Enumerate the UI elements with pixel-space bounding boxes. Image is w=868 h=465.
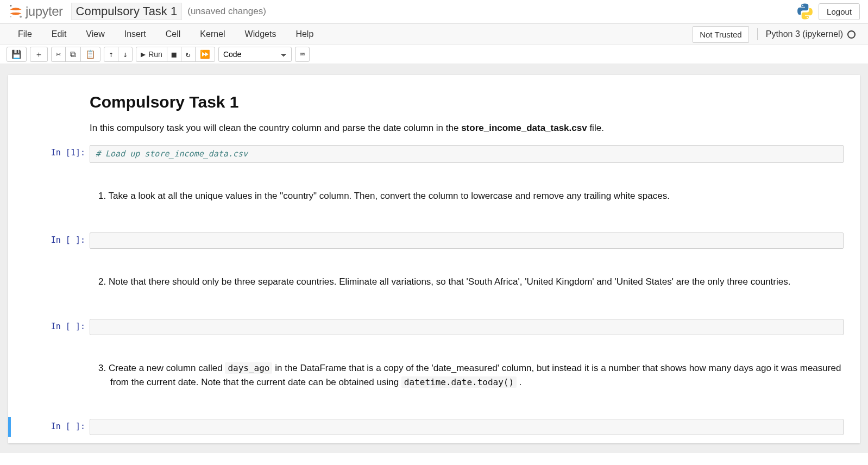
run-label: Run <box>148 50 162 59</box>
prompt <box>14 189 90 206</box>
command-palette-button[interactable]: ⌨ <box>295 47 310 62</box>
heading: Compulsory Task 1 <box>90 93 844 111</box>
move-up-button[interactable]: ↑ <box>104 47 118 62</box>
kernel-indicator[interactable]: Python 3 (ipykernel) <box>766 29 856 39</box>
svg-point-0 <box>10 5 11 7</box>
celltype-select[interactable]: Code <box>218 47 292 62</box>
save-icon: 💾 <box>11 51 22 59</box>
divider <box>757 28 758 40</box>
not-trusted-button[interactable]: Not Trusted <box>693 26 749 43</box>
header: jupyter Compulsory Task 1 (unsaved chang… <box>0 0 868 23</box>
list-item: 2. Note that there should only be three … <box>90 275 844 289</box>
menubar: File Edit View Insert Cell Kernel Widget… <box>0 23 868 45</box>
stop-icon: ■ <box>172 51 177 59</box>
menu-widgets[interactable]: Widgets <box>235 24 286 45</box>
prompt <box>14 361 90 393</box>
prompt: In [ ]: <box>14 419 90 435</box>
prompt <box>14 275 90 292</box>
markdown-cell[interactable]: 2. Note that there should only be three … <box>8 273 860 294</box>
code-cell[interactable]: In [ ]: <box>8 417 860 437</box>
paste-button[interactable]: 📋 <box>80 47 100 62</box>
keyboard-icon: ⌨ <box>300 51 305 59</box>
menu-cell[interactable]: Cell <box>156 24 191 45</box>
list-item: 3. Create a new column called days_ago i… <box>90 361 844 390</box>
copy-icon: ⧉ <box>70 51 76 59</box>
menu-file[interactable]: File <box>8 24 42 45</box>
code-cell[interactable]: In [ ]: <box>8 231 860 250</box>
fast-forward-icon: ⏩ <box>200 51 210 59</box>
prompt <box>14 93 90 141</box>
notebook-name[interactable]: Compulsory Task 1 <box>71 3 183 20</box>
kernel-idle-icon <box>847 30 856 39</box>
code-cell[interactable]: In [ ]: <box>8 317 860 337</box>
paragraph: In this compulsory task you will clean t… <box>90 121 844 135</box>
kernel-name: Python 3 (ipykernel) <box>766 29 843 39</box>
jupyter-logo[interactable]: jupyter <box>8 4 63 19</box>
restart-button[interactable]: ↻ <box>181 47 196 62</box>
menu-kernel[interactable]: Kernel <box>190 24 235 45</box>
arrow-up-icon: ↑ <box>109 51 114 59</box>
insert-cell-button[interactable]: ＋ <box>30 47 48 62</box>
code-cell[interactable]: In [1]: # Load up store_income_data.csv <box>8 143 860 165</box>
cut-icon: ✂ <box>56 51 61 59</box>
prompt: In [ ]: <box>14 232 90 249</box>
menu-help[interactable]: Help <box>286 24 323 45</box>
run-button[interactable]: ▶Run <box>136 47 167 62</box>
paste-icon: 📋 <box>85 51 96 59</box>
toolbar: 💾 ＋ ✂ ⧉ 📋 ↑ ↓ ▶Run ■ ↻ ⏩ Code ⌨ <box>0 45 868 64</box>
menu-edit[interactable]: Edit <box>42 24 77 45</box>
refresh-icon: ↻ <box>186 51 191 59</box>
jupyter-logo-icon <box>8 4 23 19</box>
interrupt-button[interactable]: ■ <box>167 47 181 62</box>
svg-point-2 <box>10 16 11 17</box>
code-input[interactable] <box>90 419 844 435</box>
menu-view[interactable]: View <box>76 24 114 45</box>
list-item: 1. Take a look at all the unique values … <box>90 189 844 203</box>
copy-button[interactable]: ⧉ <box>65 47 81 62</box>
logout-button[interactable]: Logout <box>819 3 860 20</box>
save-status: (unsaved changes) <box>187 6 266 17</box>
menu-insert[interactable]: Insert <box>115 24 156 45</box>
restart-run-all-button[interactable]: ⏩ <box>195 47 215 62</box>
python-logo-icon <box>797 3 813 20</box>
jupyter-logo-text: jupyter <box>26 4 63 19</box>
prompt: In [1]: <box>14 145 90 164</box>
arrow-down-icon: ↓ <box>123 51 128 59</box>
play-icon: ▶ <box>141 51 146 59</box>
save-button[interactable]: 💾 <box>7 47 27 62</box>
svg-point-1 <box>20 16 22 18</box>
code-input[interactable]: # Load up store_income_data.csv <box>90 145 844 164</box>
notebook: Compulsory Task 1 In this compulsory tas… <box>8 75 860 443</box>
notebook-container: Compulsory Task 1 In this compulsory tas… <box>0 64 868 453</box>
code-input[interactable] <box>90 232 844 249</box>
markdown-cell[interactable]: Compulsory Task 1 In this compulsory tas… <box>8 91 860 142</box>
plus-icon: ＋ <box>35 51 43 59</box>
markdown-cell[interactable]: 3. Create a new column called days_ago i… <box>8 360 860 395</box>
prompt: In [ ]: <box>14 319 90 335</box>
markdown-cell[interactable]: 1. Take a look at all the unique values … <box>8 187 860 208</box>
code-input[interactable] <box>90 319 844 335</box>
move-down-button[interactable]: ↓ <box>118 47 133 62</box>
cut-button[interactable]: ✂ <box>51 47 66 62</box>
